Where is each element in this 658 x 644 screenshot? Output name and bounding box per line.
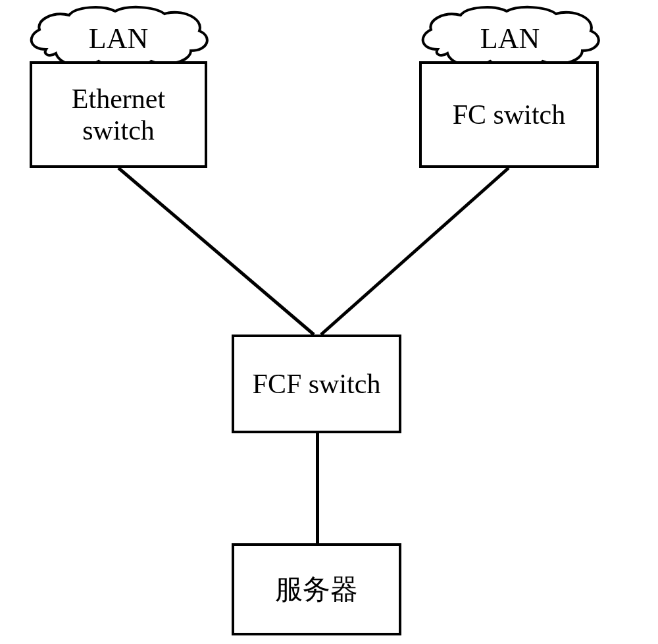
- ethernet-switch-box: Ethernet switch: [30, 61, 207, 168]
- fcf-switch-label: FCF switch: [253, 368, 381, 400]
- server-label: 服务器: [275, 574, 358, 605]
- fc-switch-label: FC switch: [453, 99, 566, 130]
- svg-line-0: [118, 168, 314, 335]
- ethernet-switch-label: Ethernet switch: [72, 83, 165, 147]
- lan-label-right: LAN: [480, 21, 540, 55]
- server-box: 服务器: [232, 543, 401, 635]
- fcf-switch-box: FCF switch: [232, 335, 401, 433]
- lan-label-left: LAN: [89, 21, 148, 55]
- fc-switch-box: FC switch: [419, 61, 599, 168]
- svg-line-1: [321, 168, 509, 335]
- connector-fcf-to-server: [316, 433, 319, 543]
